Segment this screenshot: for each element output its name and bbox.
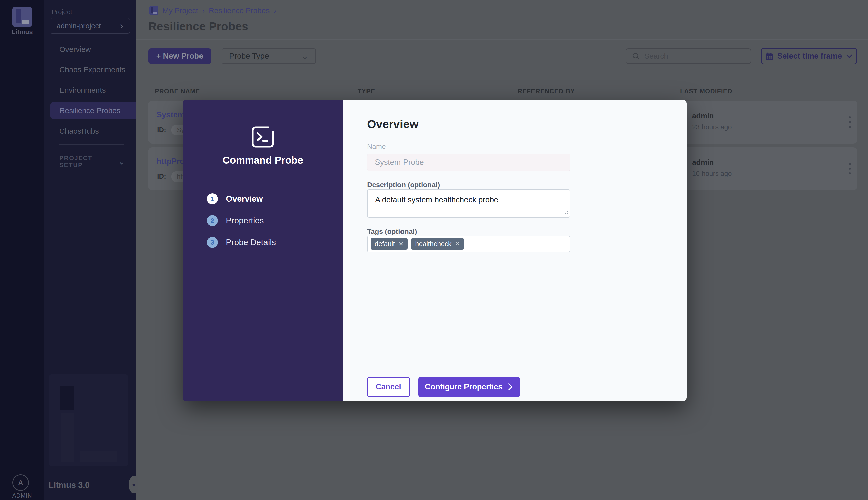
cancel-button[interactable]: Cancel — [367, 377, 410, 397]
description-value: A default system healthcheck probe — [375, 195, 498, 204]
breadcrumb-separator: › — [274, 6, 276, 15]
column-header-type: TYPE — [358, 88, 375, 95]
breadcrumb-link-resilience-probes[interactable]: Resilience Probes — [209, 6, 270, 15]
id-label: ID: — [157, 173, 166, 181]
sidebar-item-overview[interactable]: Overview — [44, 41, 136, 58]
sidebar-item-environments[interactable]: Environments — [44, 82, 136, 99]
logo-shape — [16, 9, 21, 23]
resize-handle-icon[interactable] — [564, 211, 568, 216]
user-role-label: ADMIN — [0, 492, 44, 499]
logo-shape — [22, 20, 29, 24]
breadcrumb-separator: › — [202, 6, 205, 15]
sidebar-item-chaos-experiments[interactable]: Chaos Experiments — [44, 61, 136, 78]
time-frame-button[interactable]: Select time frame — [761, 48, 857, 65]
configure-properties-label: Configure Properties — [425, 383, 503, 391]
description-label: Description (optional) — [367, 181, 440, 189]
project-icon — [149, 6, 158, 15]
step-probe-details[interactable]: 3 Probe Details — [207, 237, 328, 248]
search-input[interactable] — [644, 52, 740, 60]
tag-chip: healthcheck ✕ — [411, 238, 464, 250]
terminal-icon — [250, 125, 276, 149]
tag-text: healthcheck — [415, 240, 451, 248]
chevron-down-icon: ⌄ — [119, 157, 125, 166]
project-setup-section[interactable]: PROJECT SETUP ⌄ — [59, 155, 125, 169]
time-frame-label: Select time frame — [777, 52, 842, 61]
cancel-label: Cancel — [375, 383, 401, 391]
sidebar: Project admin-project › Overview Chaos E… — [44, 0, 136, 500]
version-label: Litmus 3.0 — [49, 480, 90, 490]
project-selector-value: admin-project — [57, 22, 101, 30]
column-header-last-modified: LAST MODIFIED — [680, 88, 732, 95]
name-input[interactable]: System Probe — [367, 154, 570, 171]
divider — [136, 39, 868, 40]
breadcrumb: My Project › Resilience Probes › — [149, 6, 276, 15]
step-number: 2 — [207, 215, 218, 226]
search-icon — [632, 52, 640, 60]
search-field — [626, 48, 751, 64]
breadcrumb-link-my-project[interactable]: My Project — [162, 6, 198, 15]
probe-type-label: Probe Type — [229, 52, 269, 61]
sidebar-divider — [59, 144, 124, 145]
last-modified-ago: 10 hours ago — [692, 170, 732, 178]
divider — [136, 72, 868, 72]
sidebar-collapse-button[interactable]: ◂ — [129, 476, 137, 493]
project-setup-label: PROJECT SETUP — [59, 155, 109, 169]
page-title: Resilience Probes — [148, 20, 248, 33]
last-modified-by: admin — [692, 158, 713, 167]
sidebar-item-label: Environments — [59, 86, 105, 94]
step-overview[interactable]: 1 Overview — [207, 193, 328, 204]
step-properties[interactable]: 2 Properties — [207, 215, 328, 226]
step-label: Properties — [226, 216, 264, 225]
avatar-initial: A — [18, 479, 23, 487]
calendar-icon — [765, 52, 774, 61]
step-number: 3 — [207, 237, 218, 248]
last-modified-ago: 23 hours ago — [692, 123, 732, 131]
tags-input[interactable]: default ✕ healthcheck ✕ — [367, 236, 570, 252]
project-selector[interactable]: admin-project › — [50, 18, 130, 34]
new-probe-button[interactable]: + New Probe — [148, 48, 211, 64]
sidebar-item-chaoshubs[interactable]: ChaosHubs — [44, 123, 136, 139]
tag-text: default — [374, 240, 395, 248]
modal-probe-title: Command Probe — [183, 155, 343, 166]
column-header-probe-name: PROBE NAME — [155, 88, 200, 95]
step-number: 1 — [207, 193, 218, 204]
sidebar-item-label: ChaosHubs — [59, 127, 99, 135]
tag-chip: default ✕ — [371, 238, 408, 250]
last-modified-by: admin — [692, 112, 713, 120]
configure-properties-button[interactable]: Configure Properties — [418, 377, 520, 397]
row-menu-button[interactable] — [845, 160, 855, 177]
sidebar-item-label: Chaos Experiments — [59, 66, 125, 74]
name-value: System Probe — [375, 158, 424, 167]
probe-type-dropdown[interactable]: Probe Type ⌄ — [222, 48, 316, 64]
step-label: Overview — [226, 194, 263, 204]
chevron-down-icon — [845, 52, 853, 60]
chevron-right-icon — [507, 383, 514, 391]
modal-step-panel: Command Probe 1 Overview 2 Properties 3 … — [183, 100, 343, 401]
probe-name-link[interactable]: httpPro — [157, 157, 184, 166]
new-probe-label: + New Probe — [156, 52, 204, 61]
avatar[interactable]: A — [12, 474, 29, 491]
brand-label: Litmus — [0, 28, 44, 36]
collapse-arrow-icon: ◂ — [132, 481, 135, 488]
sidebar-item-resilience-probes[interactable]: Resilience Probes — [50, 102, 136, 119]
probe-name-link[interactable]: System — [157, 110, 184, 120]
form-heading: Overview — [367, 117, 419, 131]
illustration-shape — [61, 413, 74, 462]
row-menu-button[interactable] — [845, 114, 855, 130]
sidebar-item-label: Overview — [59, 45, 91, 54]
sidebar-illustration — [49, 374, 128, 466]
description-textarea[interactable]: A default system healthcheck probe — [367, 189, 570, 217]
step-label: Probe Details — [226, 238, 276, 247]
project-label: Project — [52, 8, 72, 16]
tags-label: Tags (optional) — [367, 228, 417, 236]
name-label: Name — [367, 143, 386, 150]
column-header-referenced-by: REFERENCED BY — [518, 88, 575, 95]
remove-tag-icon[interactable]: ✕ — [398, 240, 404, 248]
remove-tag-icon[interactable]: ✕ — [455, 240, 460, 248]
sidebar-item-label: Resilience Probes — [59, 106, 121, 115]
create-probe-modal: Command Probe 1 Overview 2 Properties 3 … — [183, 100, 687, 401]
illustration-shape — [80, 451, 117, 462]
id-label: ID: — [157, 126, 166, 134]
litmus-logo-icon[interactable] — [12, 7, 32, 27]
left-rail: Litmus A ADMIN — [0, 0, 44, 500]
